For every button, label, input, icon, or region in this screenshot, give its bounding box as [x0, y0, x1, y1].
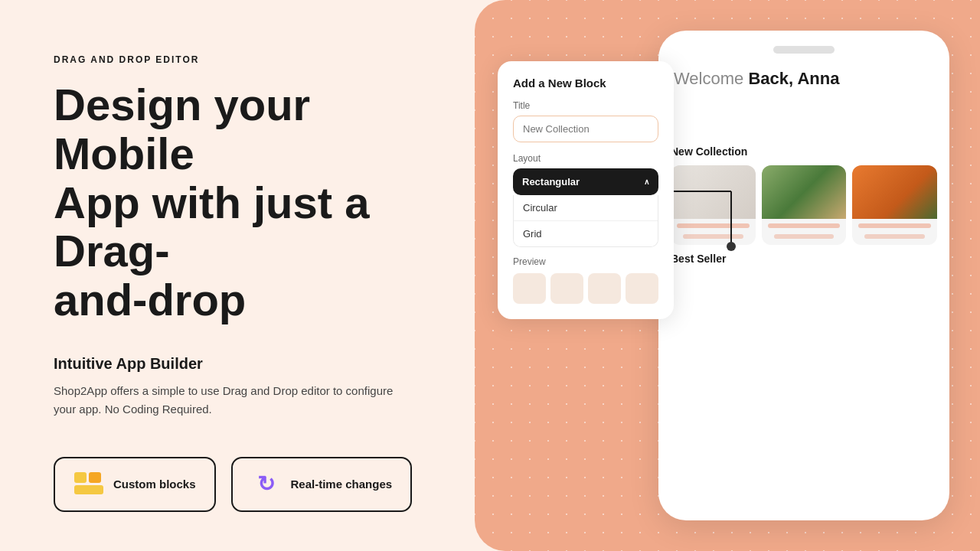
modal-title: Add a New Block [513, 77, 658, 90]
chevron-up-icon: ∧ [644, 178, 649, 186]
product-bar-3 [858, 223, 931, 228]
dropdown-option-grid[interactable]: Grid [514, 221, 658, 246]
custom-blocks-button[interactable]: Custom blocks [54, 457, 216, 512]
blocks-icon-wrap [74, 469, 104, 500]
add-block-modal: Add a New Block Title Layout Rectangular… [498, 61, 674, 319]
phone-section2-title: Best Seller [671, 253, 937, 265]
right-panel: Welcome Back, Anna New Collection [459, 0, 980, 551]
product-bar-2 [768, 223, 841, 228]
preview-box-4 [626, 273, 658, 304]
preview-box-3 [588, 273, 621, 304]
phone-products-row [671, 165, 937, 245]
dropdown-option-circular[interactable]: Circular [514, 195, 658, 221]
product-bar-1 [677, 223, 750, 228]
product-image-2 [762, 165, 847, 219]
custom-blocks-label: Custom blocks [113, 478, 196, 491]
feature-buttons: Custom blocks ↻ Real-time changes [54, 457, 413, 512]
description: Shop2App offers a simple to use Drag and… [54, 382, 413, 419]
left-panel: DRAG AND DROP EDITOR Design your Mobile … [0, 0, 459, 551]
main-heading: Design your Mobile App with just a Drag-… [54, 80, 413, 324]
product-bar-1b [683, 234, 743, 239]
sub-heading: Intuitive App Builder [54, 355, 413, 373]
phone-greeting: Welcome Back, Anna [671, 69, 937, 89]
realtime-label: Real-time changes [291, 478, 393, 491]
layout-dropdown-options: Circular Grid [513, 195, 658, 247]
layout-field-label: Layout [513, 153, 658, 164]
product-card-1 [671, 165, 756, 245]
product-card-3 [852, 165, 937, 245]
editor-label: DRAG AND DROP EDITOR [54, 54, 413, 65]
phone-section1-title: New Collection [671, 145, 937, 158]
product-image-1 [671, 165, 756, 219]
realtime-button[interactable]: ↻ Real-time changes [231, 457, 413, 512]
title-input[interactable] [513, 116, 658, 142]
preview-box-1 [513, 273, 546, 304]
phone-mockup: Welcome Back, Anna New Collection [658, 31, 949, 520]
product-bar-3b [864, 234, 925, 239]
preview-box-2 [550, 273, 583, 304]
product-image-3 [852, 165, 937, 219]
phone-pill [773, 46, 835, 54]
preview-label: Preview [513, 256, 658, 267]
product-card-2 [762, 165, 847, 245]
sync-icon: ↻ [257, 471, 275, 497]
preview-boxes [513, 273, 658, 304]
title-field-label: Title [513, 100, 658, 111]
blocks-icon [74, 472, 103, 497]
product-bar-2b [774, 234, 835, 239]
realtime-icon-wrap: ↻ [251, 469, 282, 500]
layout-dropdown-selected[interactable]: Rectangular ∧ [513, 168, 658, 195]
